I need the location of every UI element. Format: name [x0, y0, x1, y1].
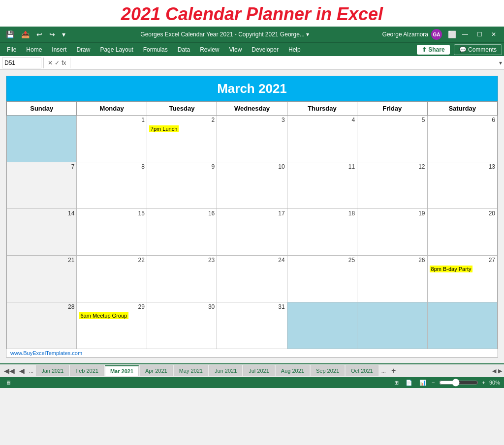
- sheet-nav-first[interactable]: ◀◀: [2, 367, 17, 375]
- calendar-event[interactable]: 7pm Lunch: [149, 125, 179, 132]
- menu-home[interactable]: Home: [21, 44, 47, 55]
- sheet-nav-prev[interactable]: ◀: [17, 367, 27, 375]
- calendar-cell[interactable]: 25: [287, 256, 357, 302]
- menu-draw[interactable]: Draw: [71, 44, 95, 55]
- sheet-tab-may-2021[interactable]: May 2021: [174, 365, 208, 376]
- formula-input[interactable]: [72, 58, 499, 68]
- sheet-tabs-container: Jan 2021Feb 2021Mar 2021Apr 2021May 2021…: [36, 365, 379, 376]
- comments-button[interactable]: 💬 Comments: [454, 44, 502, 55]
- customize-icon[interactable]: ▾: [60, 30, 67, 39]
- page-layout-view-icon[interactable]: 📄: [404, 380, 414, 386]
- calendar-cell[interactable]: 27pm Lunch: [147, 116, 217, 162]
- sheet-tab-apr-2021[interactable]: Apr 2021: [140, 365, 173, 376]
- sheet-tab-feb-2021[interactable]: Feb 2021: [70, 365, 103, 376]
- calendar-cell[interactable]: 9: [147, 162, 217, 209]
- menu-data[interactable]: Data: [173, 44, 195, 55]
- calendar-cell[interactable]: [357, 302, 427, 349]
- sheet-tab-aug-2021[interactable]: Aug 2021: [276, 365, 310, 376]
- formula-confirm-icon[interactable]: ✓: [55, 59, 60, 66]
- calendar-cell[interactable]: [7, 116, 77, 162]
- scroll-left-icon[interactable]: ◀: [492, 368, 496, 374]
- sheet-tabs-right: ◀ ▶: [492, 368, 502, 374]
- undo-icon[interactable]: ↩: [34, 30, 44, 39]
- calendar-cell[interactable]: 4: [287, 116, 357, 162]
- calendar-cell[interactable]: [287, 302, 357, 349]
- calendar-cell[interactable]: 8: [77, 162, 147, 209]
- autosave-icon[interactable]: 📤: [19, 30, 32, 39]
- calendar-cell[interactable]: 24: [217, 256, 287, 302]
- calendar-cell[interactable]: 12: [357, 162, 427, 209]
- minimize-button[interactable]: —: [458, 30, 472, 39]
- save-icon[interactable]: 💾: [4, 30, 16, 39]
- calendar-cell[interactable]: 18: [287, 209, 357, 256]
- calendar-event[interactable]: 8pm B-day Party: [430, 266, 473, 272]
- formula-cancel-icon[interactable]: ✕: [48, 59, 53, 66]
- calendar-cell[interactable]: 3: [217, 116, 287, 162]
- sheet-tab-jun-2021[interactable]: Jun 2021: [209, 365, 242, 376]
- close-button[interactable]: ✕: [487, 30, 500, 39]
- sheet-tab-oct-2021[interactable]: Oct 2021: [346, 365, 378, 376]
- menu-view[interactable]: View: [224, 44, 247, 55]
- calendar-cell[interactable]: 16: [147, 209, 217, 256]
- calendar-cell[interactable]: 23: [147, 256, 217, 302]
- zoom-out-button[interactable]: −: [432, 380, 435, 386]
- page-break-view-icon[interactable]: 📊: [418, 380, 428, 386]
- day-number: 23: [149, 257, 215, 265]
- menubar-right: ⬆ Share 💬 Comments: [417, 44, 502, 55]
- menu-formulas[interactable]: Formulas: [138, 44, 173, 55]
- menu-pagelayout[interactable]: Page Layout: [95, 44, 138, 55]
- calendar-cell[interactable]: 22: [77, 256, 147, 302]
- cell-reference-input[interactable]: [2, 58, 41, 68]
- calendar-cell[interactable]: [427, 302, 497, 349]
- share-button[interactable]: ⬆ Share: [417, 45, 450, 55]
- formula-fx-icon[interactable]: fx: [62, 59, 66, 66]
- sheet-tab-jul-2021[interactable]: Jul 2021: [243, 365, 275, 376]
- calendar-cell[interactable]: 10: [217, 162, 287, 209]
- sheet-tab-jan-2021[interactable]: Jan 2021: [36, 365, 69, 376]
- calendar-cell[interactable]: 28: [7, 302, 77, 349]
- calendar-cell[interactable]: 19: [357, 209, 427, 256]
- calendar-cell[interactable]: 20: [427, 209, 497, 256]
- calendar-event[interactable]: 6am Meetup Group: [79, 312, 128, 319]
- calendar-cell[interactable]: 21: [7, 256, 77, 302]
- sheet-tab-mar-2021[interactable]: Mar 2021: [105, 365, 139, 376]
- calendar-cell[interactable]: 6: [427, 116, 497, 162]
- redo-icon[interactable]: ↪: [47, 30, 57, 39]
- ribbon-display-icon[interactable]: ⬜: [446, 30, 458, 39]
- calendar-cell[interactable]: 1: [77, 116, 147, 162]
- day-number: 29: [79, 303, 144, 311]
- day-number: 28: [9, 303, 74, 311]
- user-name: George Alzamora: [382, 31, 428, 38]
- website-link[interactable]: www.BuyExcelTemplates.com: [6, 349, 498, 357]
- day-number: 30: [149, 303, 215, 311]
- user-avatar[interactable]: GA: [431, 29, 442, 40]
- calendar-cell[interactable]: 15: [77, 209, 147, 256]
- menu-file[interactable]: File: [2, 44, 21, 55]
- calendar-cell[interactable]: 17: [217, 209, 287, 256]
- menu-insert[interactable]: Insert: [47, 44, 71, 55]
- calendar-cell[interactable]: 7: [7, 162, 77, 209]
- normal-view-icon[interactable]: ⊞: [393, 380, 400, 386]
- day-number: 17: [219, 210, 284, 218]
- calendar-cell[interactable]: 30: [147, 302, 217, 349]
- menu-review[interactable]: Review: [195, 44, 224, 55]
- add-sheet-button[interactable]: +: [388, 366, 399, 375]
- day-number: 15: [79, 210, 144, 218]
- calendar-cell[interactable]: 13: [427, 162, 497, 209]
- calendar-cell[interactable]: 11: [287, 162, 357, 209]
- day-number: 11: [289, 163, 355, 171]
- maximize-button[interactable]: ☐: [473, 30, 486, 39]
- scroll-right-icon[interactable]: ▶: [498, 368, 502, 374]
- calendar-cell[interactable]: 278pm B-day Party: [427, 256, 497, 302]
- sheet-tab-sep-2021[interactable]: Sep 2021: [311, 365, 345, 376]
- calendar-cell[interactable]: 296am Meetup Group: [77, 302, 147, 349]
- calendar-cell[interactable]: 14: [7, 209, 77, 256]
- menu-help[interactable]: Help: [284, 44, 306, 55]
- menu-developer[interactable]: Developer: [247, 44, 284, 55]
- calendar-cell[interactable]: 26: [357, 256, 427, 302]
- zoom-in-button[interactable]: +: [482, 380, 485, 386]
- calendar-cell[interactable]: 31: [217, 302, 287, 349]
- calendar-cell[interactable]: 5: [357, 116, 427, 162]
- zoom-slider[interactable]: [439, 379, 478, 386]
- formula-expand-icon[interactable]: ▾: [499, 59, 502, 66]
